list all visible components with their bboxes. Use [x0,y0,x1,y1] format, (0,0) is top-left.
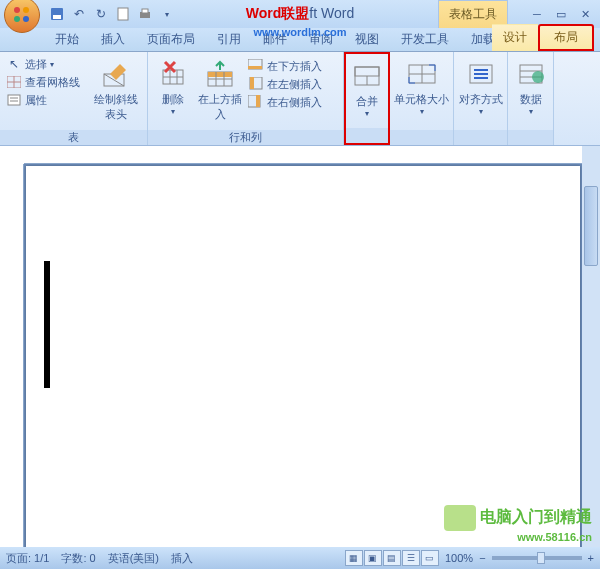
tab-developer[interactable]: 开发工具 [390,26,460,51]
qat-print[interactable] [136,5,154,23]
insert-below-label: 在下方插入 [267,59,322,74]
status-words[interactable]: 字数: 0 [61,551,95,566]
zoom-handle[interactable] [537,552,545,564]
table-row[interactable] [45,300,50,322]
tab-home[interactable]: 开始 [44,26,90,51]
align-icon [465,58,497,90]
gridlines-button[interactable]: 查看网格线 [3,73,88,91]
qat-new[interactable] [114,5,132,23]
insert-above-button[interactable]: 在上方插入 [195,55,245,125]
align-label: 对齐方式 [459,92,503,107]
cell-size-icon [406,58,438,90]
window-controls: ─ ▭ ✕ [526,6,596,22]
window-title: Word联盟ft Word [246,5,354,23]
table-row[interactable] [45,366,50,388]
svg-rect-8 [142,9,148,13]
group-table-label: 表 [0,130,147,145]
statusbar: 页面: 1/1 字数: 0 英语(美国) 插入 ▦ ▣ ▤ ☰ ▭ 100% −… [0,547,600,569]
document-page[interactable] [26,166,580,547]
document-area[interactable] [24,164,582,547]
svg-rect-6 [118,8,128,20]
table-row[interactable] [45,344,50,366]
tab-design[interactable]: 设计 [492,24,538,51]
watermark-logo-icon [444,505,476,531]
data-button[interactable]: 数据 ▾ [511,55,550,119]
merge-icon [351,60,383,92]
document-table[interactable] [44,261,50,388]
view-print-layout[interactable]: ▦ [345,550,363,566]
minimize-button[interactable]: ─ [526,6,548,22]
zoom-slider[interactable] [492,556,582,560]
merge-dropdown-button[interactable]: 合并 ▾ [349,57,385,121]
data-label: 数据 [520,92,542,107]
scroll-thumb[interactable] [584,186,598,266]
watermark-url: www.wordlm.com [253,26,346,38]
insert-above-label: 在上方插入 [196,92,244,122]
status-page[interactable]: 页面: 1/1 [6,551,49,566]
cursor-icon: ↖ [6,56,22,72]
view-fullscreen[interactable]: ▣ [364,550,382,566]
status-insert[interactable]: 插入 [171,551,193,566]
cell-size-button[interactable]: 单元格大小 ▾ [393,55,450,119]
watermark-union: 联盟 [281,5,309,21]
tab-view[interactable]: 视图 [344,26,390,51]
watermark-site: www.58116.cn [444,531,592,543]
insert-above-icon [204,58,236,90]
merge-label: 合并 [356,94,378,109]
zoom-in-button[interactable]: + [588,552,594,564]
vertical-scrollbar[interactable] [582,146,600,547]
tab-insert[interactable]: 插入 [90,26,136,51]
horizontal-ruler[interactable] [24,146,600,164]
svg-point-45 [532,71,544,83]
delete-label: 删除 [162,92,184,107]
close-button[interactable]: ✕ [574,6,596,22]
qat-undo[interactable]: ↶ [70,5,88,23]
zoom-percent[interactable]: 100% [445,552,473,564]
grid-icon [6,74,22,90]
svg-rect-5 [53,15,61,19]
vertical-ruler[interactable] [0,164,24,547]
svg-point-3 [23,16,29,22]
properties-button[interactable]: 属性 [3,91,88,109]
tab-references[interactable]: 引用 [206,26,252,51]
tab-pagelayout[interactable]: 页面布局 [136,26,206,51]
insert-left-icon [248,76,264,92]
draw-label: 绘制斜线表头 [89,92,143,122]
watermark-word: Word [246,5,282,21]
delete-icon [157,58,189,90]
zoom-out-button[interactable]: − [479,552,485,564]
qat-more[interactable]: ▾ [158,5,176,23]
insert-left-button[interactable]: 在左侧插入 [245,75,337,93]
qat-save[interactable] [48,5,66,23]
qat-redo[interactable]: ↻ [92,5,110,23]
restore-button[interactable]: ▭ [550,6,572,22]
group-cell-size: 单元格大小 ▾ [390,52,454,145]
table-row[interactable] [45,322,50,344]
select-button[interactable]: ↖选择▾ [3,55,88,73]
insert-right-icon [248,94,264,110]
table-row[interactable] [45,262,50,278]
view-buttons: ▦ ▣ ▤ ☰ ▭ [345,550,439,566]
group-merge-label [346,128,388,143]
pencil-icon [100,58,132,90]
status-lang[interactable]: 英语(美国) [108,551,159,566]
draw-diagonal-button[interactable]: 绘制斜线表头 [88,55,144,125]
align-button[interactable]: 对齐方式 ▾ [457,55,504,119]
view-draft[interactable]: ▭ [421,550,439,566]
group-align-label [454,130,507,145]
table-row[interactable] [45,278,50,300]
svg-rect-22 [208,72,232,77]
quick-access-toolbar: ↶ ↻ ▾ [48,5,176,23]
view-web[interactable]: ▤ [383,550,401,566]
group-rows-cols: 删除 ▾ 在上方插入 在下方插入 在左侧插入 在右侧插入 行和列 [148,52,344,145]
group-data: 数据 ▾ [508,52,554,145]
watermark-bottom: 电脑入门到精通 www.58116.cn [444,505,592,543]
properties-label: 属性 [25,93,47,108]
app-name-suffix: ft Word [309,5,354,21]
delete-button[interactable]: 删除 ▾ [151,55,195,119]
insert-right-button[interactable]: 在右侧插入 [245,93,337,111]
view-outline[interactable]: ☰ [402,550,420,566]
group-cell-size-label [390,130,453,145]
insert-below-button[interactable]: 在下方插入 [245,57,337,75]
tab-layout[interactable]: 布局 [538,24,594,51]
